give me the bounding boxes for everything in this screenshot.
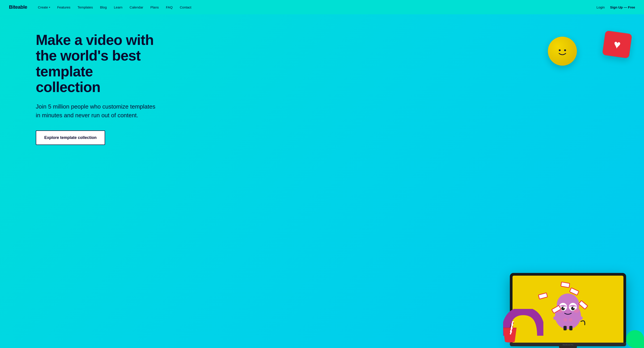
svg-point-4 — [559, 303, 567, 311]
svg-point-5 — [569, 303, 577, 311]
chevron-down-icon: ▾ — [49, 6, 50, 8]
signup-button[interactable]: Sign Up — Free — [610, 5, 635, 9]
purple-arch-decoration — [503, 309, 544, 336]
svg-point-2 — [555, 302, 581, 329]
laptop-screen — [512, 276, 624, 343]
nav-item-create[interactable]: Create ▾ — [38, 5, 50, 9]
svg-point-0 — [559, 49, 560, 51]
nav-item-blog[interactable]: Blog — [100, 5, 107, 9]
svg-point-15 — [576, 316, 583, 320]
svg-point-6 — [561, 307, 565, 310]
laptop-base — [510, 343, 626, 346]
explore-cta-button[interactable]: Explore template collection — [36, 131, 105, 145]
svg-rect-16 — [564, 326, 567, 330]
nav-item-contact[interactable]: Contact — [180, 5, 192, 9]
nav-item-learn[interactable]: Learn — [114, 5, 122, 9]
yellow-ball-decoration — [548, 37, 577, 66]
hero-content: Make a video with the world's best templ… — [0, 14, 156, 145]
svg-point-7 — [571, 307, 575, 310]
svg-point-12 — [564, 318, 567, 322]
red-cup-decoration — [501, 321, 519, 344]
monster-character — [550, 287, 586, 332]
navbar: Biteable Create ▾ Features Templates Blo… — [0, 0, 644, 14]
nav-links: Create ▾ Features Templates Blog Learn C… — [38, 5, 596, 9]
laptop-stand — [559, 346, 577, 348]
nav-item-features[interactable]: Features — [57, 5, 70, 9]
logo[interactable]: Biteable — [9, 4, 27, 10]
ticket-decoration — [578, 300, 588, 310]
nav-item-templates[interactable]: Templates — [78, 5, 93, 9]
smiley-face-icon — [556, 48, 569, 56]
green-blob-decoration — [626, 330, 644, 348]
ticket-decoration — [538, 292, 548, 300]
laptop-screen-outer — [510, 273, 626, 343]
hero-section: Make a video with the world's best templ… — [0, 0, 644, 348]
svg-point-8 — [563, 307, 564, 308]
nav-item-plans[interactable]: Plans — [150, 5, 159, 9]
ticket-decoration — [551, 305, 562, 314]
svg-point-10 — [557, 309, 562, 313]
svg-rect-19 — [510, 321, 514, 335]
svg-rect-18 — [510, 321, 514, 335]
hero-visuals: ♥ — [258, 14, 644, 348]
svg-point-1 — [564, 49, 566, 51]
svg-rect-17 — [569, 326, 572, 330]
nav-item-faq[interactable]: FAQ — [166, 5, 173, 9]
nav-right: Login Sign Up — Free — [596, 5, 635, 9]
nav-item-calendar[interactable]: Calendar — [130, 5, 143, 9]
svg-point-3 — [557, 294, 579, 316]
svg-point-13 — [569, 318, 572, 322]
svg-point-14 — [553, 316, 560, 320]
ticket-decoration — [560, 282, 570, 288]
svg-point-9 — [573, 307, 574, 308]
hero-title: Make a video with the world's best templ… — [36, 32, 156, 95]
laptop-decoration — [510, 273, 626, 348]
laptop — [510, 273, 626, 348]
hero-subtitle: Join 5 million people who customize temp… — [36, 102, 156, 120]
login-link[interactable]: Login — [596, 5, 605, 9]
heart-icon: ♥ — [613, 38, 622, 51]
ticket-decoration — [569, 288, 580, 296]
svg-point-11 — [574, 309, 579, 313]
heart-notification-decoration: ♥ — [602, 30, 632, 58]
